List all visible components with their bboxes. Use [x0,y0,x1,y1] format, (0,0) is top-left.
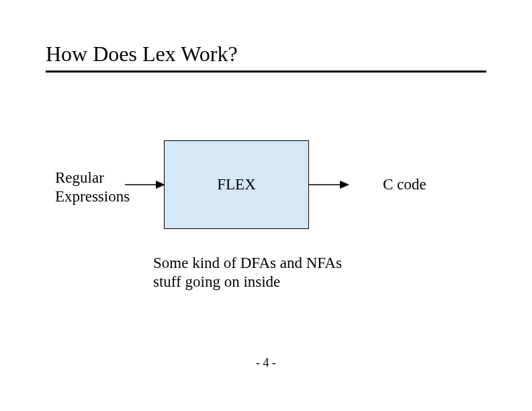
flex-box-label: FLEX [217,176,256,193]
lex-diagram: Regular Expressions FLEX C code Some kin… [0,0,532,411]
arrow-left-icon [125,179,165,191]
page-number: - 4 - [0,356,532,370]
caption-line1: Some kind of DFAs and NFAs [153,255,342,271]
flex-box: FLEX [164,140,309,229]
arrow-right-icon [309,179,349,191]
input-label-line1: Regular [55,169,104,186]
diagram-caption: Some kind of DFAs and NFAs stuff going o… [153,254,382,291]
svg-marker-3 [340,181,349,189]
caption-line2: stuff going on inside [153,273,280,290]
input-label: Regular Expressions [55,169,130,205]
output-label: C code [383,176,427,193]
input-label-line2: Expressions [55,188,130,205]
